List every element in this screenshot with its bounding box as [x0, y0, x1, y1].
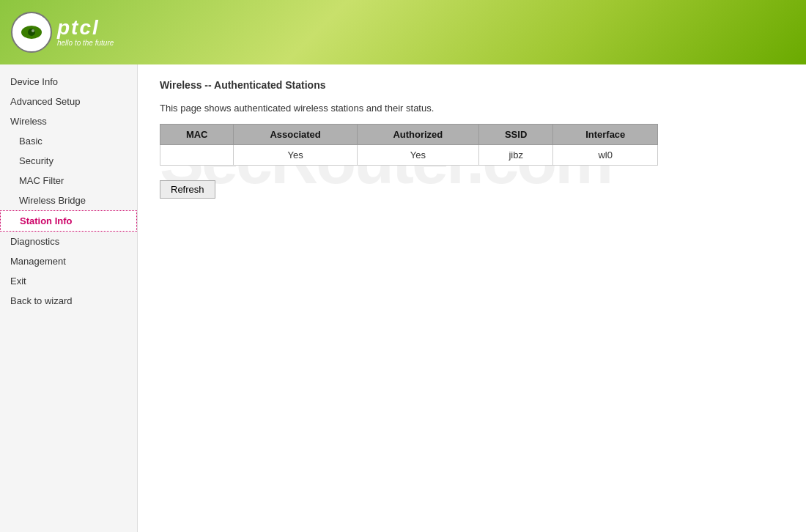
brand-name-group: ptcl hello to the future — [57, 18, 114, 47]
station-table: MACAssociatedAuthorizedSSIDInterface Yes… — [160, 124, 658, 166]
main-content: SecRouter.com Wireless -- Authenticated … — [138, 64, 806, 532]
sidebar-item-diagnostics[interactable]: Diagnostics — [0, 232, 137, 251]
sidebar-item-wireless-bridge[interactable]: Wireless Bridge — [0, 191, 137, 210]
table-header-mac: MAC — [160, 125, 234, 145]
sidebar-item-station-info[interactable]: Station Info — [0, 210, 137, 232]
logo-area: ptcl hello to the future — [10, 11, 114, 53]
svg-point-3 — [32, 29, 34, 32]
header: ptcl hello to the future — [0, 0, 806, 64]
brand-name: ptcl — [57, 18, 114, 38]
table-header-associated: Associated — [234, 125, 357, 145]
cell-associated: Yes — [234, 145, 357, 166]
sidebar-item-basic[interactable]: Basic — [0, 131, 137, 151]
cell-ssid: jibz — [478, 145, 553, 166]
sidebar-item-exit[interactable]: Exit — [0, 271, 137, 291]
page-description: This page shows authenticated wireless s… — [160, 103, 784, 114]
table-body: YesYesjibzwl0 — [160, 145, 658, 166]
table-header-interface: Interface — [553, 125, 658, 145]
refresh-button[interactable]: Refresh — [160, 180, 215, 199]
sidebar-item-device-info[interactable]: Device Info — [0, 72, 137, 92]
table-header: MACAssociatedAuthorizedSSIDInterface — [160, 125, 658, 145]
table-header-authorized: Authorized — [357, 125, 478, 145]
page-title: Wireless -- Authenticated Stations — [160, 79, 784, 91]
brand-tagline: hello to the future — [57, 39, 114, 47]
table-row: YesYesjibzwl0 — [160, 145, 658, 166]
sidebar-item-wireless[interactable]: Wireless — [0, 111, 137, 131]
sidebar-item-mac-filter[interactable]: MAC Filter — [0, 171, 137, 191]
cell-authorized: Yes — [357, 145, 478, 166]
table-header-row: MACAssociatedAuthorizedSSIDInterface — [160, 125, 658, 145]
svg-point-2 — [28, 29, 35, 36]
cell-mac — [160, 145, 234, 166]
table-header-ssid: SSID — [478, 125, 553, 145]
cell-interface: wl0 — [553, 145, 658, 166]
ptcl-icon — [10, 11, 53, 53]
sidebar: Device InfoAdvanced SetupWirelessBasicSe… — [0, 64, 138, 532]
sidebar-item-security[interactable]: Security — [0, 151, 137, 171]
main-layout: Device InfoAdvanced SetupWirelessBasicSe… — [0, 64, 806, 532]
sidebar-item-back-to-wizard[interactable]: Back to wizard — [0, 291, 137, 311]
sidebar-item-advanced-setup[interactable]: Advanced Setup — [0, 92, 137, 111]
sidebar-item-management[interactable]: Management — [0, 251, 137, 271]
